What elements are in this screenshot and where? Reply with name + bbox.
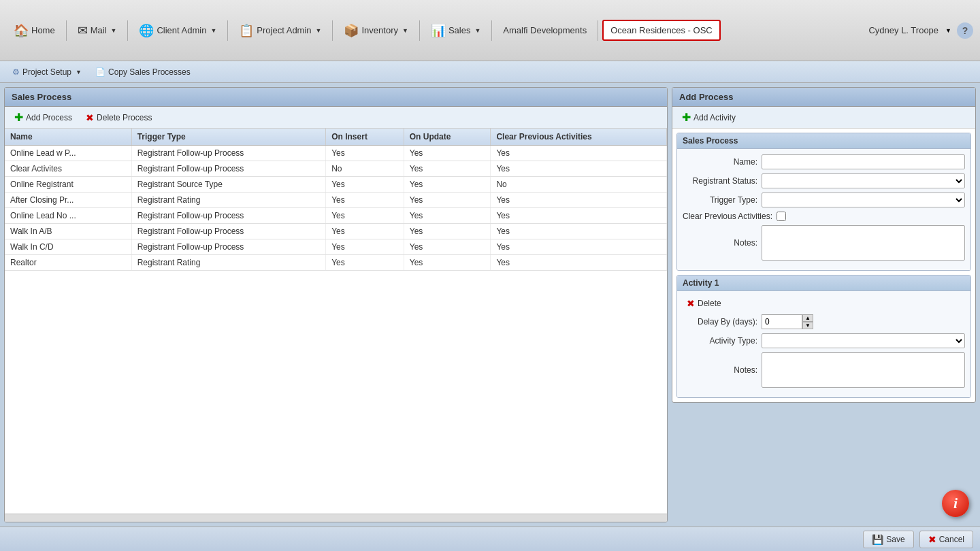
table-cell-onInsert: No — [326, 161, 404, 177]
col-on-update: On Update — [404, 129, 491, 146]
second-toolbar: ⚙ Project Setup ▼ 📄 Copy Sales Processes — [0, 61, 980, 83]
table-cell-name: Online Registrant — [5, 177, 131, 193]
save-label: Save — [886, 535, 904, 544]
nav-inventory[interactable]: 📦 Inventory ▼ — [337, 19, 414, 42]
right-panel-inner: Add Process ✚ Add Activity Sales Process… — [672, 87, 976, 403]
activity-type-select[interactable] — [762, 333, 965, 348]
nav-home[interactable]: 🏠 Home — [7, 19, 62, 42]
horizontal-scrollbar[interactable] — [5, 514, 667, 522]
add-process-button[interactable]: ✚ Add Process — [10, 110, 76, 125]
main-content: Sales Process ✚ Add Process ✖ Delete Pro… — [0, 83, 980, 527]
inventory-dropdown-arrow: ▼ — [402, 27, 408, 34]
help-icon[interactable]: ? — [957, 22, 973, 39]
table-cell-name: Walk In C/D — [5, 239, 131, 255]
table-cell-name: Online Lead No ... — [5, 208, 131, 224]
notes-row: Notes: — [683, 225, 965, 261]
registrant-status-label: Registrant Status: — [683, 176, 757, 186]
table-row[interactable]: Online RegistrantRegistrant Source TypeY… — [5, 177, 667, 193]
table-cell-onInsert: Yes — [326, 193, 404, 208]
top-nav: 🏠 Home ✉ Mail ▼ 🌐 Client Admin ▼ 📋 Proje… — [0, 0, 980, 61]
nav-sep-3 — [227, 20, 228, 41]
delete-activity-button[interactable]: ✖ Delete — [683, 297, 965, 310]
project-setup-dropdown-arrow: ▼ — [76, 69, 82, 76]
save-icon: 💾 — [872, 534, 883, 545]
nav-sep-6 — [491, 20, 492, 41]
mail-icon: ✉ — [78, 23, 88, 38]
client-admin-dropdown-arrow: ▼ — [210, 27, 216, 34]
table-row[interactable]: Online Lead w P...Registrant Follow-up P… — [5, 146, 667, 161]
cancel-button[interactable]: ✖ Cancel — [919, 531, 973, 548]
table-row[interactable]: RealtorRegistrant RatingYesYesYes — [5, 255, 667, 271]
table-row[interactable]: Online Lead No ...Registrant Follow-up P… — [5, 208, 667, 224]
activity-type-row: Activity Type: — [683, 333, 965, 348]
table-header-row: Name Trigger Type On Insert On Update Cl… — [5, 129, 667, 146]
globe-icon: 🌐 — [139, 23, 154, 38]
table-cell-triggerType: Registrant Follow-up Process — [131, 239, 326, 255]
delete-activity-icon: ✖ — [687, 298, 695, 309]
user-name[interactable]: Cydney L. Troope — [868, 25, 938, 35]
add-process-icon: ✚ — [14, 111, 23, 124]
user-area: Cydney L. Troope ▼ ? — [868, 22, 973, 39]
registrant-status-select[interactable] — [762, 173, 965, 188]
delay-by-input[interactable] — [762, 314, 802, 329]
table-cell-onUpdate: Yes — [404, 193, 491, 208]
table-cell-triggerType: Registrant Follow-up Process — [131, 208, 326, 224]
delay-by-down-button[interactable]: ▼ — [802, 322, 813, 329]
table-cell-onInsert: Yes — [326, 255, 404, 271]
right-panel-title: Add Process — [679, 92, 733, 102]
table-cell-triggerType: Registrant Follow-up Process — [131, 161, 326, 177]
activity-notes-textarea[interactable] — [762, 352, 965, 388]
info-icon: i — [953, 495, 958, 512]
trigger-type-label: Trigger Type: — [683, 195, 757, 205]
table-cell-clearPrev: Yes — [491, 255, 667, 271]
add-activity-icon: ✚ — [682, 111, 691, 124]
nav-sep-2 — [127, 20, 128, 41]
name-input[interactable] — [762, 154, 965, 169]
table-cell-clearPrev: Yes — [491, 193, 667, 208]
nav-sep-7 — [598, 20, 598, 41]
nav-client-admin[interactable]: 🌐 Client Admin ▼ — [132, 19, 223, 42]
nav-ocean[interactable]: Ocean Residences - OSC — [602, 20, 721, 41]
notes-textarea[interactable] — [762, 225, 965, 261]
clear-prev-checkbox[interactable] — [777, 212, 786, 221]
save-button[interactable]: 💾 Save — [863, 531, 913, 548]
col-name: Name — [5, 129, 131, 146]
left-panel-title: Sales Process — [12, 92, 71, 102]
delay-by-spinner: ▲ ▼ — [762, 314, 813, 329]
nav-sep-5 — [419, 20, 420, 41]
user-dropdown-arrow[interactable]: ▼ — [945, 27, 951, 34]
delay-by-up-button[interactable]: ▲ — [802, 314, 813, 322]
home-icon: 🏠 — [14, 23, 29, 38]
table-row[interactable]: Clear ActivitesRegistrant Follow-up Proc… — [5, 161, 667, 177]
delete-process-button[interactable]: ✖ Delete Process — [82, 111, 156, 124]
nav-sales[interactable]: 📊 Sales ▼ — [424, 19, 487, 42]
nav-mail[interactable]: ✉ Mail ▼ — [71, 19, 124, 42]
table-wrapper: Name Trigger Type On Insert On Update Cl… — [5, 129, 667, 514]
table-cell-clearPrev: Yes — [491, 146, 667, 161]
table-row[interactable]: Walk In A/BRegistrant Follow-up ProcessY… — [5, 224, 667, 239]
nav-amalfi-label: Amalfi Developments — [503, 25, 587, 35]
table-row[interactable]: After Closing Pr...Registrant RatingYesY… — [5, 193, 667, 208]
right-panel-header: Add Process — [672, 88, 975, 107]
table-row[interactable]: Walk In C/DRegistrant Follow-up ProcessY… — [5, 239, 667, 255]
activity-body: ✖ Delete Delay By (days): ▲ ▼ — [677, 291, 970, 397]
nav-sep-1 — [66, 20, 67, 41]
table-cell-clearPrev: Yes — [491, 239, 667, 255]
left-panel-header: Sales Process — [5, 88, 667, 107]
nav-amalfi[interactable]: Amalfi Developments — [496, 21, 593, 39]
trigger-type-select[interactable] — [762, 193, 965, 207]
info-fab-button[interactable]: i — [942, 490, 969, 517]
delay-by-row: Delay By (days): ▲ ▼ — [683, 314, 965, 329]
activity-title: Activity 1 — [683, 278, 719, 288]
activity-section: Activity 1 ✖ Delete Delay By (days): ▲ — [676, 275, 971, 398]
copy-sales-button[interactable]: 📄 Copy Sales Processes — [90, 65, 196, 79]
project-setup-button[interactable]: ⚙ Project Setup ▼ — [7, 65, 87, 79]
sales-process-section-title: Sales Process — [683, 136, 738, 146]
add-activity-button[interactable]: ✚ Add Activity — [678, 110, 970, 125]
add-process-label: Add Process — [26, 113, 72, 122]
delete-process-label: Delete Process — [97, 113, 152, 122]
table-cell-triggerType: Registrant Rating — [131, 193, 326, 208]
table-cell-name: Clear Activites — [5, 161, 131, 177]
nav-project-admin[interactable]: 📋 Project Admin ▼ — [232, 19, 328, 42]
copy-icon: 📄 — [95, 67, 105, 77]
